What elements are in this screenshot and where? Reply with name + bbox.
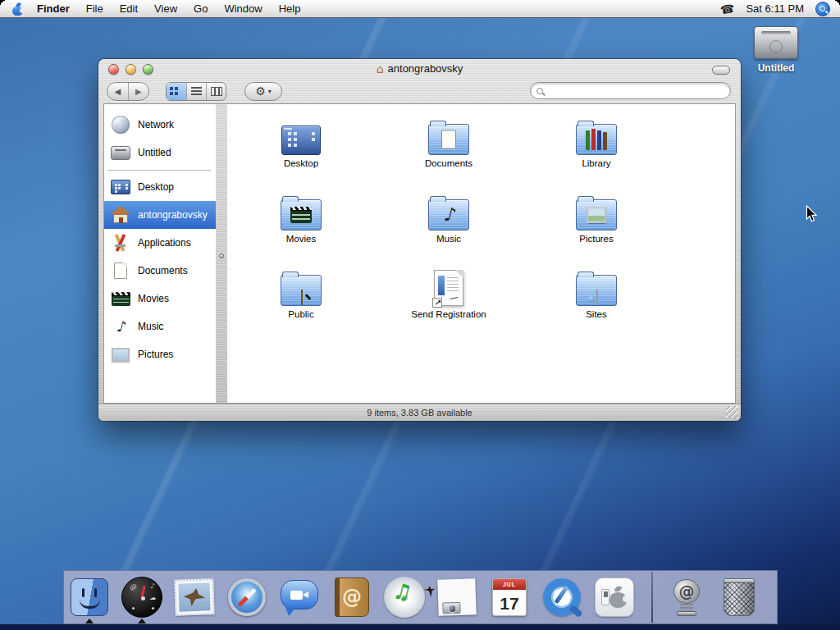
- menu-finder[interactable]: Finder: [29, 0, 78, 17]
- icon-view-button[interactable]: [167, 83, 186, 100]
- item-library[interactable]: Library: [539, 114, 654, 168]
- sidebar-item-documents[interactable]: Documents: [104, 257, 216, 285]
- dock-finder-icon[interactable]: [67, 573, 112, 621]
- dock-ichat-icon[interactable]: [277, 573, 322, 621]
- item-desktop[interactable]: Desktop: [244, 114, 358, 168]
- screen-corner: [0, 0, 7, 7]
- search-field[interactable]: [530, 82, 731, 99]
- window-title: antongrabovsky: [388, 62, 463, 75]
- menu-go[interactable]: Go: [185, 0, 216, 17]
- view-mode-control: [166, 82, 226, 101]
- search-icon: [536, 88, 543, 94]
- item-music[interactable]: ♪ Music: [391, 189, 506, 244]
- sidebar-splitter[interactable]: [216, 103, 227, 404]
- apple-menu-icon[interactable]: [11, 2, 24, 16]
- status-text: 9 items, 3.83 GB available: [367, 408, 472, 418]
- finder-window: ⌂ antongrabovsky ◀ ▶ ⚙ ▾: [98, 59, 741, 421]
- sidebar-item-network[interactable]: Network: [104, 111, 216, 139]
- hard-disk-icon: [110, 142, 131, 163]
- folder-note-icon: ♪: [428, 189, 469, 231]
- desktop-volume-untitled[interactable]: Untitled: [745, 26, 807, 74]
- close-button[interactable]: [108, 64, 119, 75]
- status-bar: 9 items, 3.83 GB available: [98, 404, 741, 421]
- movies-clapper-icon: [110, 288, 131, 309]
- document-icon: [110, 260, 131, 281]
- sidebar-item-music[interactable]: ♪ Music: [104, 313, 216, 340]
- menu-edit[interactable]: Edit: [112, 0, 146, 17]
- menu-view[interactable]: View: [146, 0, 185, 17]
- sidebar-item-antongrabovsky[interactable]: antongrabovsky: [104, 201, 216, 229]
- sidebar-item-movies[interactable]: Movies: [104, 285, 216, 313]
- item-public[interactable]: Public: [244, 265, 358, 319]
- folder-books-icon: [576, 114, 617, 155]
- resize-grip[interactable]: [726, 406, 738, 418]
- minimize-button[interactable]: [126, 64, 136, 75]
- dock-address-book-icon[interactable]: @: [330, 573, 374, 621]
- toolbar-toggle-button[interactable]: [712, 66, 730, 75]
- desktop-wallpaper: Finder File Edit View Go Window Help ☎ S…: [0, 0, 840, 630]
- dock-separator: [651, 572, 653, 623]
- item-send-registration[interactable]: ↗ Send Registration: [391, 265, 506, 319]
- item-documents[interactable]: Documents: [391, 114, 506, 168]
- dock-ical-icon[interactable]: JUL 17: [487, 573, 532, 621]
- sidebar: Network Untitled Desktop antongrabovsky: [103, 103, 216, 404]
- column-view-button[interactable]: [206, 83, 226, 100]
- dock-konfabulator-gauge-icon[interactable]: @♪☁: [120, 573, 164, 621]
- list-view-button[interactable]: [186, 83, 206, 100]
- folder-document-icon: [428, 114, 469, 155]
- bottom-strip: [0, 624, 840, 630]
- zoom-button[interactable]: [143, 64, 153, 75]
- item-movies[interactable]: Movies: [244, 189, 358, 244]
- sidebar-item-applications[interactable]: Applications: [104, 229, 216, 257]
- dock-trash-icon[interactable]: [717, 573, 761, 621]
- sidebar-separator: [107, 170, 211, 171]
- dock-itunes-icon[interactable]: ♫: [382, 573, 427, 621]
- home-icon: [110, 204, 131, 226]
- splitter-grab-dot[interactable]: [219, 253, 224, 258]
- folder-sites-icon: [576, 265, 617, 306]
- chevron-down-icon: ▾: [268, 88, 272, 95]
- list-view-icon: [191, 87, 202, 96]
- column-view-icon: [211, 87, 222, 96]
- home-icon: ⌂: [377, 63, 384, 75]
- action-menu-button[interactable]: ⚙ ▾: [244, 82, 282, 101]
- ical-day: 17: [493, 590, 526, 616]
- desktop-icon: [110, 176, 131, 198]
- search-input[interactable]: [543, 83, 730, 98]
- menu-file[interactable]: File: [78, 0, 112, 17]
- menu-window[interactable]: Window: [216, 0, 270, 17]
- running-indicator-konfabulator: [138, 619, 146, 623]
- folder-clapper-icon: [281, 189, 322, 231]
- menubar-clock[interactable]: Sat 6:11 PM: [746, 2, 804, 15]
- window-titlebar[interactable]: ⌂ antongrabovsky: [98, 59, 741, 79]
- dock-quicktime-icon[interactable]: [540, 573, 584, 621]
- item-sites[interactable]: Sites: [539, 265, 654, 319]
- sidebar-item-desktop[interactable]: Desktop: [104, 173, 216, 201]
- dock-system-preferences-icon[interactable]: [592, 573, 637, 621]
- forward-button[interactable]: ▶: [129, 83, 149, 100]
- alias-arrow-badge: ↗: [432, 298, 442, 308]
- ical-month: JUL: [493, 579, 526, 590]
- dock-mail-icon[interactable]: [172, 573, 217, 621]
- dock-iphoto-icon[interactable]: [435, 573, 479, 621]
- window-toolbar: ◀ ▶ ⚙ ▾: [98, 79, 741, 103]
- sidebar-item-untitled[interactable]: Untitled: [104, 139, 216, 167]
- dock-safari-icon[interactable]: [225, 573, 269, 621]
- back-button[interactable]: ◀: [107, 83, 129, 100]
- item-pictures[interactable]: Pictures: [539, 189, 654, 244]
- hard-disk-icon: [754, 26, 798, 59]
- file-icon-area: Desktop Documents Library Movies: [227, 103, 736, 404]
- alias-document-icon: ↗: [434, 265, 463, 306]
- sidebar-item-pictures[interactable]: Pictures: [104, 340, 216, 368]
- picture-frame-icon: [110, 344, 131, 365]
- mouse-cursor: [806, 205, 818, 226]
- folder-public-icon: [281, 265, 322, 306]
- menu-help[interactable]: Help: [271, 0, 309, 17]
- icon-view-icon: [170, 87, 173, 90]
- volume-label: Untitled: [745, 62, 807, 74]
- search-menu-icon[interactable]: [815, 2, 830, 16]
- applications-icon: [110, 232, 131, 253]
- dock-apple-website-spring-icon[interactable]: @: [664, 573, 709, 621]
- desktop-icon: [281, 114, 321, 155]
- modem-status-icon[interactable]: ☎: [719, 1, 736, 16]
